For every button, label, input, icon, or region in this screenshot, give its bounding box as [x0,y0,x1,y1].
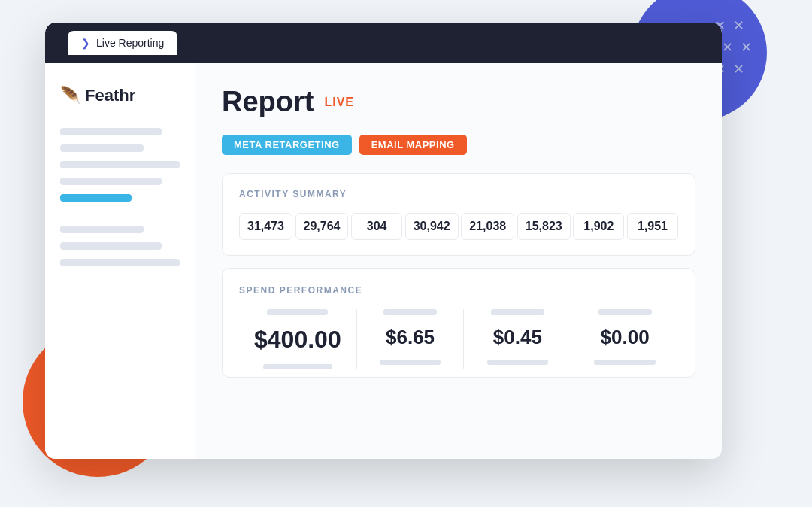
logo-text: Feathr [85,86,135,105]
main-content: Report LIVE META RETARGETING EMAIL MAPPI… [195,63,722,459]
activity-summary-title: ACTIVITY SUMMARY [239,189,678,199]
spend-metric-1: $400.00 [239,309,357,369]
sidebar-item[interactable] [60,178,162,185]
activity-number-7: 1,902 [573,213,624,240]
spend-metric-3: $0.45 [464,309,571,369]
tag-row: META RETARGETING EMAIL MAPPING [222,135,695,155]
sidebar-item[interactable] [60,242,162,250]
activity-number-2: 29,764 [295,213,349,240]
browser-window: ❯ Live Reporting 🪶 Feathr Report [45,23,722,459]
tab-label: Live Reporting [96,37,164,49]
spend-metric-label-4 [598,309,652,315]
sidebar: 🪶 Feathr [45,63,195,459]
sidebar-item-active[interactable] [60,194,132,202]
sidebar-item[interactable] [60,259,180,266]
spend-metric-label-3 [491,309,544,315]
spend-metric-value-2: $6.65 [372,326,449,349]
sidebar-item[interactable] [60,161,180,168]
spend-metric-value-1: $400.00 [254,326,341,354]
activity-numbers-row: 31,473 29,764 304 30,942 21,038 15,823 1… [239,213,678,240]
tab-icon: ❯ [81,37,90,49]
sidebar-item[interactable] [60,128,162,135]
report-header: Report LIVE [222,86,695,118]
spend-metric-2: $6.65 [357,309,465,369]
sidebar-item[interactable] [60,226,144,233]
activity-number-5: 21,038 [461,213,514,240]
activity-number-8: 1,951 [627,213,678,240]
spend-metric-value-3: $0.45 [479,326,556,349]
logo-icon: 🪶 [60,86,80,105]
sidebar-logo: 🪶 Feathr [60,86,180,105]
spend-metric-sublabel-3 [487,360,548,365]
spend-metric-label-2 [383,309,437,315]
sidebar-spacer [60,211,180,226]
email-mapping-tag[interactable]: EMAIL MAPPING [359,135,467,155]
spend-performance-title: SPEND PERFORMANCE [239,285,678,296]
activity-summary-card: ACTIVITY SUMMARY 31,473 29,764 304 30,94… [222,173,695,256]
activity-number-1: 31,473 [239,213,292,240]
report-title: Report [222,86,314,118]
activity-number-4: 30,942 [405,213,459,240]
meta-retargeting-tag[interactable]: META RETARGETING [222,135,352,155]
spend-metric-sublabel-2 [380,360,441,365]
spend-metric-sublabel-1 [263,364,333,369]
browser-content: 🪶 Feathr Report LIVE META RETARGETING [45,63,722,459]
spend-metric-value-4: $0.00 [586,326,663,349]
spend-metric-label-1 [267,309,328,315]
spend-metric-sublabel-4 [594,360,655,365]
activity-number-3: 304 [351,213,402,240]
browser-titlebar: ❯ Live Reporting [45,23,722,63]
spend-metrics-row: $400.00 $6.65 $0.45 [239,309,678,369]
live-badge: LIVE [324,94,354,111]
spend-performance-card: SPEND PERFORMANCE $400.00 $6.65 $0. [222,268,695,378]
spend-metric-4: $0.00 [571,309,678,369]
activity-number-6: 15,823 [517,213,571,240]
sidebar-item[interactable] [60,144,144,152]
browser-tab[interactable]: ❯ Live Reporting [68,31,177,55]
